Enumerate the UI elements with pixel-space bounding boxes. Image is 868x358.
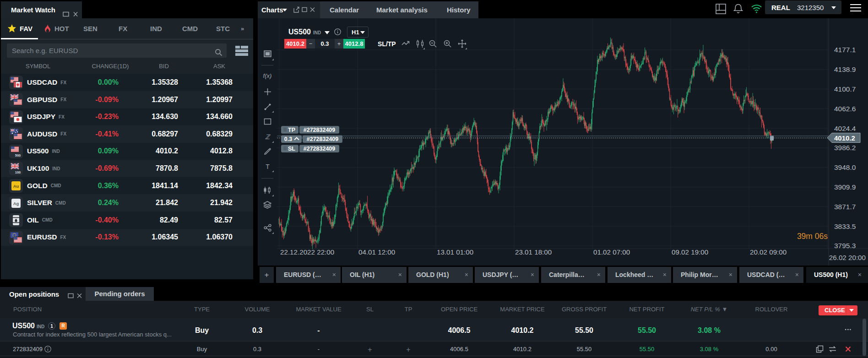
svg-text:Ag: Ag [13, 201, 19, 206]
svg-text:Au: Au [13, 184, 19, 189]
svg-text:500: 500 [15, 153, 21, 157]
svg-text:100: 100 [15, 170, 21, 174]
